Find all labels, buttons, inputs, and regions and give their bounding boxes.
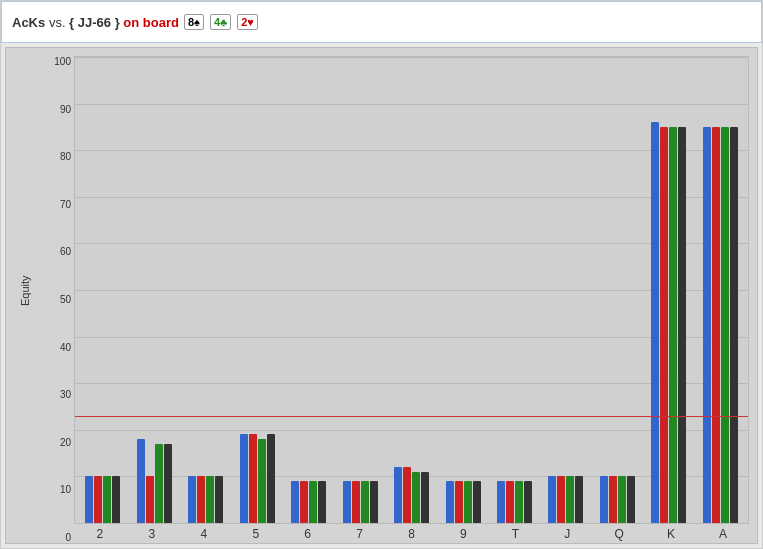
card-2-heart: 2♥ bbox=[237, 14, 258, 30]
bar-8-black bbox=[421, 472, 429, 523]
bar-T-red bbox=[506, 481, 514, 523]
x-label-J: J bbox=[541, 527, 593, 541]
card-4-club: 4♣ bbox=[210, 14, 231, 30]
y-tick-50: 50 bbox=[42, 294, 71, 305]
y-tick-90: 90 bbox=[42, 104, 71, 115]
bar-group-5 bbox=[231, 57, 282, 523]
bar-8-green bbox=[412, 472, 420, 523]
bar-4-blue bbox=[188, 476, 196, 523]
bar-J-red bbox=[557, 476, 565, 523]
y-tick-10: 10 bbox=[42, 484, 71, 495]
bar-8-blue bbox=[394, 467, 402, 523]
bar-8-red bbox=[403, 467, 411, 523]
bar-2-black bbox=[112, 476, 120, 523]
x-label-7: 7 bbox=[334, 527, 386, 541]
x-label-5: 5 bbox=[230, 527, 282, 541]
bar-9-red bbox=[455, 481, 463, 523]
bar-group-8 bbox=[386, 57, 437, 523]
bar-Q-red bbox=[609, 476, 617, 523]
bar-5-blue bbox=[240, 434, 248, 523]
bar-group-K bbox=[643, 57, 694, 523]
bar-5-black bbox=[267, 434, 275, 523]
y-axis: Equity bbox=[14, 56, 42, 543]
bar-Q-black bbox=[627, 476, 635, 523]
bars-container bbox=[75, 57, 748, 523]
x-label-6: 6 bbox=[282, 527, 334, 541]
bar-group-T bbox=[489, 57, 540, 523]
bar-7-black bbox=[370, 481, 378, 523]
x-label-T: T bbox=[489, 527, 541, 541]
y-tick-0: 0 bbox=[42, 532, 71, 543]
x-label-Q: Q bbox=[593, 527, 645, 541]
bar-group-6 bbox=[283, 57, 334, 523]
bar-6-black bbox=[318, 481, 326, 523]
bar-3-black bbox=[164, 444, 172, 523]
bar-A-black bbox=[730, 127, 738, 523]
bar-K-green bbox=[669, 127, 677, 523]
plot-area bbox=[74, 56, 749, 524]
bar-T-green bbox=[515, 481, 523, 523]
bar-K-red bbox=[660, 127, 668, 523]
bar-J-blue bbox=[548, 476, 556, 523]
bar-2-blue bbox=[85, 476, 93, 523]
bar-9-green bbox=[464, 481, 472, 523]
grid-line-0 bbox=[75, 523, 748, 524]
y-tick-70: 70 bbox=[42, 199, 71, 210]
bar-7-blue bbox=[343, 481, 351, 523]
bar-K-blue bbox=[651, 122, 659, 523]
hand-name: AcKs bbox=[12, 15, 45, 30]
bar-Q-blue bbox=[600, 476, 608, 523]
y-tick-100: 100 bbox=[42, 56, 71, 67]
x-label-3: 3 bbox=[126, 527, 178, 541]
x-label-A: A bbox=[697, 527, 749, 541]
bar-2-green bbox=[103, 476, 111, 523]
reference-line bbox=[75, 416, 748, 417]
bar-group-A bbox=[695, 57, 746, 523]
bar-6-blue bbox=[291, 481, 299, 523]
y-tick-30: 30 bbox=[42, 389, 71, 400]
bar-group-4 bbox=[180, 57, 231, 523]
y-tick-20: 20 bbox=[42, 437, 71, 448]
bar-7-green bbox=[361, 481, 369, 523]
bar-A-green bbox=[721, 127, 729, 523]
y-ticks: 100 90 80 70 60 50 40 30 20 10 0 bbox=[42, 56, 74, 543]
x-label-8: 8 bbox=[386, 527, 438, 541]
bar-4-green bbox=[206, 476, 214, 523]
range-label: { JJ-66 } bbox=[69, 15, 120, 30]
x-label-4: 4 bbox=[178, 527, 230, 541]
bar-3-red bbox=[146, 476, 154, 523]
y-tick-40: 40 bbox=[42, 342, 71, 353]
bar-group-Q bbox=[592, 57, 643, 523]
bar-J-black bbox=[575, 476, 583, 523]
bar-5-red bbox=[249, 434, 257, 523]
bar-4-black bbox=[215, 476, 223, 523]
bar-6-green bbox=[309, 481, 317, 523]
bar-9-blue bbox=[446, 481, 454, 523]
bar-T-blue bbox=[497, 481, 505, 523]
x-label-K: K bbox=[645, 527, 697, 541]
on-board-label: on board bbox=[123, 15, 179, 30]
bar-5-green bbox=[258, 439, 266, 523]
bar-J-green bbox=[566, 476, 574, 523]
bar-group-J bbox=[540, 57, 591, 523]
x-axis: 23456789TJQKA bbox=[74, 524, 749, 543]
bar-3-blue bbox=[137, 439, 145, 523]
bar-A-red bbox=[712, 127, 720, 523]
y-tick-60: 60 bbox=[42, 246, 71, 257]
bar-6-red bbox=[300, 481, 308, 523]
y-axis-label: Equity bbox=[19, 275, 31, 306]
bar-group-3 bbox=[128, 57, 179, 523]
bar-Q-green bbox=[618, 476, 626, 523]
bar-group-2 bbox=[77, 57, 128, 523]
chart-container: Equity 100 90 80 70 60 50 40 30 20 bbox=[5, 47, 758, 544]
bar-group-7 bbox=[334, 57, 385, 523]
bar-T-black bbox=[524, 481, 532, 523]
x-label-9: 9 bbox=[437, 527, 489, 541]
bar-3-green bbox=[155, 444, 163, 523]
card-8-spade: 8♠ bbox=[184, 14, 204, 30]
bar-7-red bbox=[352, 481, 360, 523]
header-bar: AcKs vs. { JJ-66 } on board 8♠ 4♣ 2♥ bbox=[1, 1, 762, 43]
vs-label: vs. bbox=[49, 15, 69, 30]
x-label-2: 2 bbox=[74, 527, 126, 541]
app-container: AcKs vs. { JJ-66 } on board 8♠ 4♣ 2♥ Equ… bbox=[0, 0, 763, 549]
